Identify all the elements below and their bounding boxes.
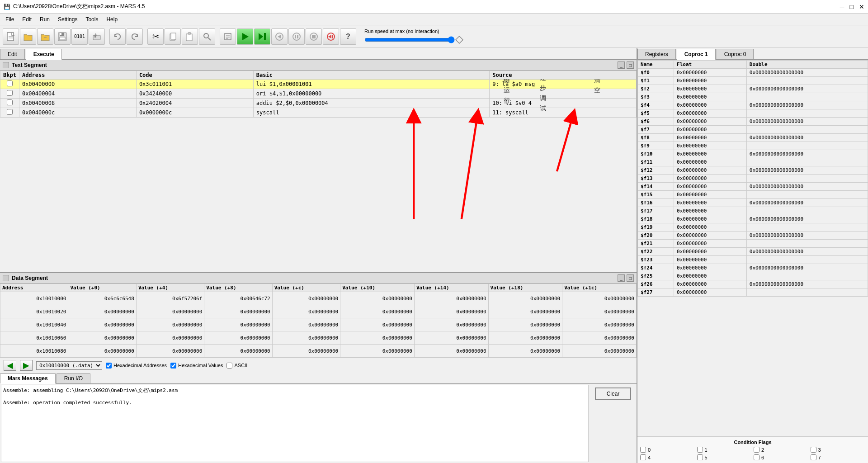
- dump-button[interactable]: [89, 28, 105, 45]
- data-v10: 0x00000000: [340, 305, 415, 318]
- hex-val-label[interactable]: Hexadecimal Values: [170, 363, 223, 369]
- flag-3-checkbox[interactable]: [811, 447, 816, 453]
- menu-help[interactable]: Help: [103, 15, 121, 24]
- text-table-row: 0x00400008 0x24020004 addiu $2,$0,0x0000…: [0, 99, 637, 108]
- flag-4-checkbox[interactable]: [640, 454, 646, 460]
- hex-addr-checkbox[interactable]: [106, 363, 112, 369]
- step-button[interactable]: [254, 28, 270, 45]
- svg-rect-32: [332, 35, 333, 38]
- find-button[interactable]: [199, 28, 215, 45]
- right-panel: Registers Coproc 1 Coproc 0 Name Float D…: [637, 48, 868, 463]
- open-recent-button[interactable]: [37, 28, 53, 45]
- data-table-area[interactable]: Address Value (+0) Value (+4) Value (+8)…: [0, 283, 637, 358]
- data-nav-next[interactable]: ▶: [20, 360, 33, 371]
- source-cell: 9: la $a0 msg: [490, 80, 637, 89]
- reg-double: 0x0000000000000000: [746, 118, 868, 126]
- cut-button[interactable]: ✂: [147, 28, 164, 45]
- data-addr: 0x10010060: [0, 331, 68, 345]
- tab-coproc0[interactable]: Coproc 0: [717, 49, 754, 59]
- data-nav-prev[interactable]: ◀: [4, 360, 16, 371]
- data-segment-expand[interactable]: □: [627, 274, 634, 282]
- flag-5-label: 5: [705, 455, 708, 460]
- maximize-button[interactable]: □: [850, 3, 854, 10]
- tab-edit[interactable]: Edit: [0, 49, 25, 59]
- text-table-row: 0x00400004 0x34240000 ori $4,$1,0x000000…: [0, 89, 637, 99]
- tab-coproc1[interactable]: Coproc 1: [677, 49, 716, 60]
- reset-button[interactable]: [323, 28, 339, 45]
- flag-1-checkbox[interactable]: [697, 447, 703, 453]
- backstep-button[interactable]: [271, 28, 288, 45]
- pause-button[interactable]: [288, 28, 305, 45]
- minimize-button[interactable]: ─: [840, 3, 844, 10]
- assemble-button[interactable]: [220, 28, 236, 45]
- paste-button[interactable]: [182, 28, 198, 45]
- close-button[interactable]: ✕: [859, 3, 864, 10]
- flag-6-checkbox[interactable]: [754, 454, 760, 460]
- reg-table-container[interactable]: Name Float Double $f0 0x00000000 0x00000…: [637, 60, 868, 436]
- tab-run-io[interactable]: Run I/O: [57, 373, 90, 383]
- reg-table-row: $f8 0x00000000 0x0000000000000000: [638, 134, 868, 142]
- reg-table-row: $f9 0x00000000: [638, 142, 868, 150]
- menu-settings[interactable]: Settings: [54, 15, 81, 24]
- menu-run[interactable]: Run: [36, 15, 53, 24]
- text-segment-header: Text Segment _ □: [0, 60, 637, 71]
- bkpt-checkbox[interactable]: [7, 99, 13, 105]
- text-table-scroll[interactable]: Bkpt Address Code Basic Source 0x0040000…: [0, 71, 637, 272]
- menu-tools[interactable]: Tools: [82, 15, 102, 24]
- menubar: File Edit Run Settings Tools Help: [0, 14, 868, 25]
- new-button[interactable]: [3, 28, 19, 45]
- tab-registers[interactable]: Registers: [637, 49, 676, 59]
- redo-button[interactable]: [127, 28, 143, 45]
- toolbar: 0101 ✂ ? Run speed at max (no inte: [0, 25, 868, 48]
- data-col-v1c: Value (+1c): [562, 284, 637, 292]
- bkpt-checkbox[interactable]: [7, 80, 13, 86]
- bkpt-checkbox[interactable]: [7, 109, 13, 115]
- reg-float: 0x00000000: [674, 109, 747, 118]
- reg-name: $f25: [638, 272, 674, 280]
- stop-button[interactable]: [306, 28, 322, 45]
- reg-name: $f18: [638, 215, 674, 223]
- ascii-checkbox[interactable]: [226, 363, 232, 369]
- help-button[interactable]: ?: [340, 28, 356, 45]
- copy-button[interactable]: [165, 28, 181, 45]
- reg-double: 0x0000000000000000: [746, 248, 868, 256]
- save-button[interactable]: [54, 28, 71, 45]
- data-v0: 0x00000000: [68, 318, 136, 331]
- svg-marker-31: [328, 35, 331, 38]
- data-segment-minimize[interactable]: _: [618, 274, 625, 282]
- flag-0: 0: [640, 447, 695, 453]
- flag-2-checkbox[interactable]: [754, 447, 760, 453]
- ascii-label[interactable]: ASCII: [226, 363, 247, 369]
- col-address: Address: [19, 71, 136, 80]
- tab-mars-messages[interactable]: Mars Messages: [0, 373, 56, 384]
- flag-5-checkbox[interactable]: [697, 454, 703, 460]
- flag-7-checkbox[interactable]: [811, 454, 816, 460]
- run-button[interactable]: [237, 28, 253, 45]
- basic-cell: addiu $2,$0,0x00000004: [253, 99, 489, 108]
- print-button[interactable]: 0101: [71, 28, 88, 45]
- text-segment-minimize[interactable]: _: [618, 61, 625, 69]
- reg-table-row: $f17 0x00000000: [638, 207, 868, 215]
- flag-1-label: 1: [705, 447, 708, 453]
- clear-button[interactable]: Clear: [595, 387, 631, 400]
- bkpt-checkbox[interactable]: [7, 90, 13, 96]
- data-v8: 0x00646c72: [204, 292, 272, 305]
- open-button[interactable]: [20, 28, 36, 45]
- menu-file[interactable]: File: [2, 15, 18, 24]
- flag-0-checkbox[interactable]: [640, 447, 646, 453]
- data-addr-select[interactable]: 0x10010000 (.data): [36, 361, 102, 370]
- hex-val-checkbox[interactable]: [170, 363, 176, 369]
- run-speed-slider[interactable]: [364, 36, 455, 43]
- text-segment-expand[interactable]: □: [627, 61, 634, 69]
- reg-table-row: $f18 0x00000000 0x0000000000000000: [638, 215, 868, 223]
- undo-button[interactable]: [109, 28, 126, 45]
- data-col-v14: Value (+14): [414, 284, 488, 292]
- menu-edit[interactable]: Edit: [19, 15, 35, 24]
- hex-addr-label[interactable]: Hexadecimal Addresses: [106, 363, 167, 369]
- tab-execute[interactable]: Execute: [26, 49, 62, 60]
- reg-float: 0x00000000: [674, 280, 747, 288]
- reg-float: 0x00000000: [674, 232, 747, 240]
- flag-5: 5: [697, 454, 752, 460]
- reg-name: $f3: [638, 93, 674, 101]
- reg-name: $f11: [638, 158, 674, 166]
